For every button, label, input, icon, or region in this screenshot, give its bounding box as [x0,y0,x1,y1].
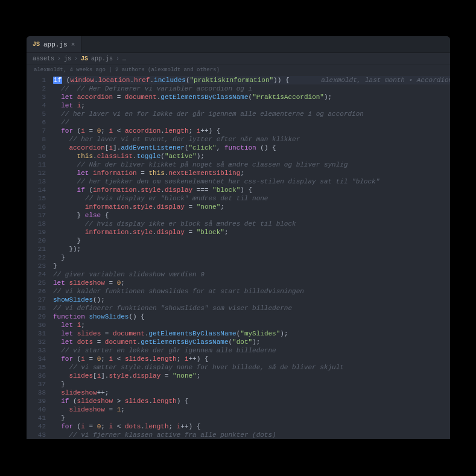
js-file-icon: JS [81,55,88,63]
line-number: 22 [27,253,53,262]
line-number: 27 [27,296,53,304]
code-line[interactable]: } [53,380,450,389]
code-line[interactable]: // her laver vi en for løkke der går ige… [53,110,450,118]
code-line[interactable]: } [53,262,450,270]
line-number: 40 [27,405,53,414]
line-number: 38 [27,389,53,397]
line-number: 21 [27,245,53,253]
breadcrumb-tail[interactable]: … [122,55,126,63]
line-number: 26 [27,287,53,296]
code-line[interactable]: information.style.display = "none"; [53,203,450,211]
code-line[interactable]: let slides = document.getElementsByClass… [53,329,450,338]
breadcrumb-file[interactable]: app.js [91,55,113,63]
chevron-right-icon: › [57,55,61,63]
code-line[interactable]: this.classList.toggle("active"); [53,152,450,160]
code-line[interactable]: } [53,414,450,422]
code-line[interactable]: accordion[i].addEventListener("click", f… [53,144,450,152]
code-area[interactable]: 1234567891011121314151617181920212223242… [27,75,450,439]
line-number: 32 [27,338,53,346]
line-number: 14 [27,186,53,194]
line-number: 11 [27,160,53,169]
line-number: 3 [27,93,53,101]
code-line[interactable]: showSlides(); [53,296,450,304]
code-line[interactable]: } else { [53,211,450,220]
code-line[interactable]: } [53,236,450,245]
line-number: 37 [27,380,53,389]
code-line[interactable]: // // Her Definerer vi variabler accordi… [53,84,450,93]
line-number: 31 [27,329,53,338]
code-line[interactable]: slides[i].style.display = "none"; [53,372,450,380]
code-line[interactable]: let dots = document.getElementsByClassNa… [53,338,450,346]
breadcrumb-part[interactable]: assets [33,55,54,63]
line-number: 8 [27,135,53,144]
chevron-right-icon: › [74,55,78,63]
code-line[interactable]: for (i = 0; i < accordion.length; i++) { [53,127,450,135]
code-line[interactable]: // vi fjerner klassen active fra alle pu… [53,431,450,439]
line-number-gutter: 1234567891011121314151617181920212223242… [27,75,53,439]
line-number: 18 [27,220,53,228]
line-number: 7 [27,127,53,135]
line-number: 25 [27,279,53,287]
line-number: 4 [27,101,53,110]
line-number: 9 [27,144,53,152]
code-line[interactable]: // vi kalder funktionen showslides for a… [53,287,450,296]
code-line[interactable]: // vi starter en løkke der går igennem a… [53,346,450,355]
tab-bar: JS app.js × [27,36,450,53]
tab-app-js[interactable]: JS app.js × [27,36,81,52]
line-number: 20 [27,236,53,245]
code-line[interactable]: // Når der bliver klikket på noget så æn… [53,160,450,169]
line-number: 43 [27,431,53,439]
chevron-right-icon: › [116,55,119,63]
code-line[interactable]: if (information.style.display === "block… [53,186,450,194]
inline-git-blame: alexmoldt, last month • Accordions … [321,77,450,84]
code-line[interactable]: if (window.location.href.includes("prakt… [53,76,450,84]
code-line[interactable]: // her tjekker den om søskenelementet ha… [53,177,450,186]
line-number: 6 [27,118,53,127]
code-line[interactable]: let accordion = document.getElementsByCl… [53,93,450,101]
code-line[interactable]: if (slideshow > slides.length) { [53,397,450,405]
line-number: 24 [27,270,53,279]
code-line[interactable]: for (i = 0; i < dots.length; i++) { [53,422,450,431]
code-line[interactable]: } [53,253,450,262]
git-blame-header: alexmoldt, 4 weeks ago | 2 authors (alex… [27,65,450,75]
line-number: 15 [27,194,53,203]
line-number: 23 [27,262,53,270]
line-number: 42 [27,422,53,431]
code-line[interactable]: // hvis display er "block" ændres det ti… [53,194,450,203]
line-number: 12 [27,169,53,177]
line-number: 33 [27,346,53,355]
code-line[interactable]: let slideshow = 0; [53,279,450,287]
line-number: 17 [27,211,53,220]
code-line[interactable]: let i; [53,321,450,329]
line-number: 19 [27,228,53,236]
code-line[interactable]: // vi definerer funktionen "showSlides" … [53,304,450,313]
breadcrumb-part[interactable]: js [64,55,71,63]
code-line[interactable]: // hvis display ikke er block så ændres … [53,220,450,228]
line-number: 28 [27,304,53,313]
code-line[interactable]: function showSlides() { [53,313,450,321]
line-number: 29 [27,313,53,321]
code-line[interactable]: // vi sætter style.display none for hver… [53,363,450,372]
code-line[interactable]: slideshow++; [53,389,450,397]
code-line[interactable]: // her laver vi et Event, der lytter eft… [53,135,450,144]
line-number: 35 [27,363,53,372]
code-line[interactable]: // [53,118,450,127]
code-line[interactable]: slideshow = 1; [53,405,450,414]
code-line[interactable]: // giver variablen slideshow værdien 0 [53,270,450,279]
line-number: 10 [27,152,53,160]
code-line[interactable]: information.style.display = "block"; [53,228,450,236]
code-line[interactable]: }); [53,245,450,253]
code-line[interactable]: for (i = 0; i < slides.length; i++) { [53,355,450,363]
line-number: 41 [27,414,53,422]
line-number: 16 [27,203,53,211]
code-content[interactable]: if (window.location.href.includes("prakt… [53,75,450,439]
line-number: 34 [27,355,53,363]
line-number: 5 [27,110,53,118]
line-number: 39 [27,397,53,405]
line-number: 2 [27,84,53,93]
code-line[interactable]: let information = this.nextElementSiblin… [53,169,450,177]
breadcrumb[interactable]: assets › js › JS app.js › … [27,53,450,65]
code-line[interactable]: let i; [53,101,450,110]
line-number: 13 [27,177,53,186]
close-icon[interactable]: × [71,40,75,49]
